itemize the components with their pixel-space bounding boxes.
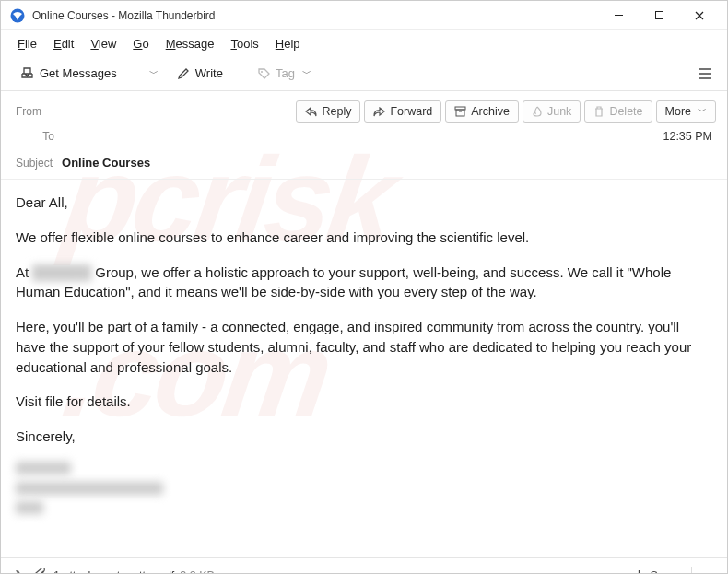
reply-icon: [305, 107, 317, 117]
tag-button[interactable]: Tag ﹀: [247, 61, 322, 86]
body-paragraph: Visit file for details.: [16, 392, 712, 412]
body-paragraph: Here, you'll be part of a family - a con…: [16, 317, 712, 377]
title-bar: Online Courses - Mozilla Thunderbird: [1, 1, 727, 30]
attachment-summary[interactable]: 1 attachment: getter.pdf: [53, 569, 174, 575]
body-paragraph: At ██████ Group, we offer a holistic app…: [16, 263, 712, 303]
body-paragraph: We offer flexible online courses to enha…: [16, 228, 712, 248]
get-messages-button[interactable]: Get Messages: [10, 61, 127, 86]
body-paragraph: Sincerely,: [16, 427, 712, 447]
menu-bar: File Edit View Go Message Tools Help: [1, 30, 727, 56]
from-label: From: [16, 105, 67, 118]
expand-attachments-button[interactable]: ❯: [14, 568, 24, 574]
menu-message[interactable]: Message: [159, 34, 222, 53]
main-toolbar: Get Messages ﹀ Write Tag ﹀: [1, 56, 727, 91]
app-menu-button[interactable]: [692, 61, 718, 87]
archive-button[interactable]: Archive: [445, 100, 519, 123]
reply-button[interactable]: Reply: [296, 100, 360, 123]
redacted-text: ██████: [32, 264, 91, 280]
message-header-row: From Reply Forward Archive Junk Delete M…: [1, 91, 727, 128]
more-button[interactable]: More﹀: [656, 100, 716, 123]
minimize-button[interactable]: [598, 2, 639, 29]
delete-button[interactable]: Delete: [584, 100, 652, 123]
save-dropdown[interactable]: ﹀: [698, 569, 714, 575]
subject-value: Online Courses: [62, 156, 150, 170]
get-messages-label: Get Messages: [40, 66, 117, 80]
subject-label: Subject: [16, 157, 53, 170]
write-button[interactable]: Write: [167, 61, 233, 86]
flame-icon: [532, 106, 543, 117]
redacted-text: x: [16, 501, 43, 514]
paperclip-icon: [33, 568, 46, 575]
redacted-text: x: [16, 462, 71, 474]
save-attachment-button[interactable]: Save: [626, 567, 685, 575]
svg-rect-2: [655, 12, 663, 19]
to-label: To: [16, 130, 67, 143]
body-paragraph: Dear All,: [16, 193, 712, 213]
redacted-text: x: [16, 482, 163, 495]
attachment-bar: ❯ 1 attachment: getter.pdf 3.2 KB Save ﹀: [1, 557, 727, 574]
svg-point-5: [261, 71, 263, 73]
separator: [135, 64, 135, 83]
menu-file[interactable]: File: [10, 34, 44, 53]
window-title: Online Courses - Mozilla Thunderbird: [32, 9, 598, 22]
message-time: 12:35 PM: [663, 130, 712, 143]
archive-icon: [454, 106, 466, 117]
separator: [241, 64, 241, 83]
to-row: To 12:35 PM: [1, 128, 727, 150]
attachment-size: 3.2 KB: [180, 569, 215, 575]
subject-row: Subject Online Courses: [1, 150, 727, 180]
menu-go[interactable]: Go: [125, 34, 156, 53]
menu-edit[interactable]: Edit: [46, 34, 81, 53]
trash-icon: [593, 106, 605, 117]
inbox-icon: [20, 66, 34, 80]
message-body: Dear All, We offer flexible online cours…: [1, 180, 727, 557]
tag-icon: [257, 67, 270, 80]
hamburger-icon: [698, 67, 712, 80]
forward-button[interactable]: Forward: [364, 100, 441, 123]
get-messages-dropdown[interactable]: ﹀: [141, 62, 165, 86]
menu-view[interactable]: View: [83, 34, 123, 53]
maximize-button[interactable]: [639, 2, 679, 29]
menu-tools[interactable]: Tools: [223, 34, 265, 53]
thunderbird-icon: [10, 8, 25, 23]
forward-icon: [373, 107, 385, 117]
menu-help[interactable]: Help: [268, 34, 308, 53]
junk-button[interactable]: Junk: [523, 100, 581, 123]
download-icon: [633, 569, 645, 574]
svg-rect-10: [456, 110, 464, 116]
signature-block: x x x: [16, 462, 712, 521]
pencil-icon: [177, 67, 190, 80]
close-button[interactable]: [679, 2, 720, 29]
tag-label: Tag: [276, 66, 295, 80]
separator: [691, 567, 692, 575]
write-label: Write: [195, 66, 223, 80]
